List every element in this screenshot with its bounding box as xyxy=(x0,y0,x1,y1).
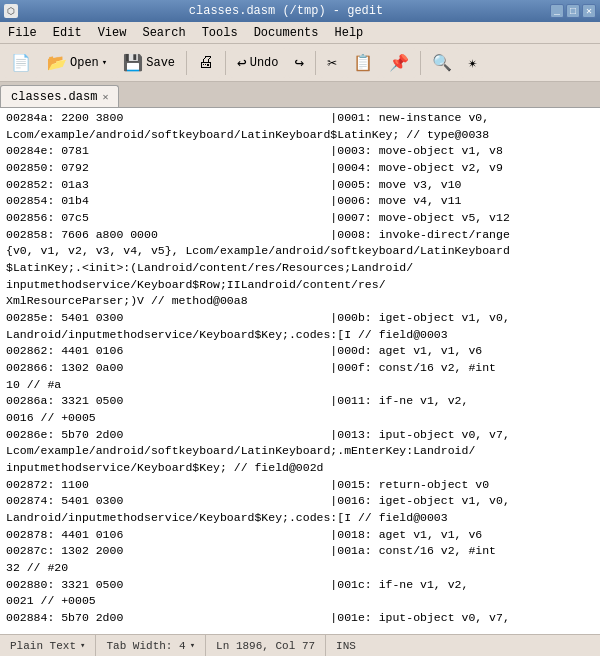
sep4 xyxy=(420,51,421,75)
menu-item-search[interactable]: Search xyxy=(134,24,193,42)
editor-area: 00284a: 2200 3800 |0001: new-instance v0… xyxy=(0,108,600,634)
save-icon: 💾 xyxy=(123,53,143,73)
title-bar: ⬡ classes.dasm (/tmp) - gedit _ □ ✕ xyxy=(0,0,600,22)
open-icon: 📂 xyxy=(47,53,67,73)
copy-icon: 📋 xyxy=(353,53,373,73)
sep1 xyxy=(186,51,187,75)
sep2 xyxy=(225,51,226,75)
close-button[interactable]: ✕ xyxy=(582,4,596,18)
open-dropdown-arrow: ▾ xyxy=(102,57,107,68)
undo-button[interactable]: ↩Undo xyxy=(230,48,285,78)
print-button[interactable]: 🖨 xyxy=(191,48,221,78)
search-icon: 🔍 xyxy=(432,53,452,73)
app-icon: ⬡ xyxy=(4,4,18,18)
cursor-position: Ln 1896, Col 77 xyxy=(216,640,315,652)
open-button[interactable]: 📂Open▾ xyxy=(40,48,114,78)
maximize-button[interactable]: □ xyxy=(566,4,580,18)
tabwidth-arrow: ▾ xyxy=(190,640,195,651)
menu-item-tools[interactable]: Tools xyxy=(194,24,246,42)
tools-button[interactable]: ✴ xyxy=(461,48,485,78)
window-controls: _ □ ✕ xyxy=(550,4,600,18)
new-icon: 📄 xyxy=(11,53,31,73)
filetype-arrow: ▾ xyxy=(80,640,85,651)
window-title: classes.dasm (/tmp) - gedit xyxy=(22,4,550,18)
cut-icon: ✂ xyxy=(327,53,337,73)
new-button[interactable]: 📄 xyxy=(4,48,38,78)
redo-icon: ↪ xyxy=(295,53,305,73)
menu-item-file[interactable]: File xyxy=(0,24,45,42)
redo-button[interactable]: ↪ xyxy=(288,48,312,78)
minimize-button[interactable]: _ xyxy=(550,4,564,18)
menu-item-help[interactable]: Help xyxy=(326,24,371,42)
paste-button[interactable]: 📌 xyxy=(382,48,416,78)
cut-button[interactable]: ✂ xyxy=(320,48,344,78)
tab-close-button[interactable]: ✕ xyxy=(102,91,108,103)
tab-filename: classes.dasm xyxy=(11,90,97,104)
tab-bar: classes.dasm ✕ xyxy=(0,82,600,108)
tabwidth-selector[interactable]: Tab Width: 4 ▾ xyxy=(96,635,206,656)
position-label: Ln 1896, Col 77 xyxy=(206,635,326,656)
menu-item-documents[interactable]: Documents xyxy=(246,24,327,42)
undo-button-label: Undo xyxy=(250,56,279,70)
menu-item-edit[interactable]: Edit xyxy=(45,24,90,42)
filetype-label: Plain Text xyxy=(10,640,76,652)
filetype-selector[interactable]: Plain Text ▾ xyxy=(0,635,96,656)
menu-item-view[interactable]: View xyxy=(90,24,135,42)
open-button-label: Open xyxy=(70,56,99,70)
editor-content[interactable]: 00284a: 2200 3800 |0001: new-instance v0… xyxy=(0,108,600,634)
undo-icon: ↩ xyxy=(237,53,247,73)
toolbar: 📄📂Open▾💾Save🖨↩Undo↪✂📋📌🔍✴ xyxy=(0,44,600,82)
edit-mode: INS xyxy=(336,640,356,652)
tab-classes-dasm[interactable]: classes.dasm ✕ xyxy=(0,85,119,107)
tabwidth-label: Tab Width: 4 xyxy=(106,640,185,652)
print-icon: 🖨 xyxy=(198,53,214,72)
paste-icon: 📌 xyxy=(389,53,409,73)
copy-button[interactable]: 📋 xyxy=(346,48,380,78)
title-bar-left: ⬡ xyxy=(0,4,22,18)
save-button[interactable]: 💾Save xyxy=(116,48,182,78)
sep3 xyxy=(315,51,316,75)
status-bar: Plain Text ▾ Tab Width: 4 ▾ Ln 1896, Col… xyxy=(0,634,600,656)
search-button[interactable]: 🔍 xyxy=(425,48,459,78)
save-button-label: Save xyxy=(146,56,175,70)
menu-bar: FileEditViewSearchToolsDocumentsHelp xyxy=(0,22,600,44)
tools-icon: ✴ xyxy=(468,53,478,73)
insert-mode-label: INS xyxy=(326,635,366,656)
